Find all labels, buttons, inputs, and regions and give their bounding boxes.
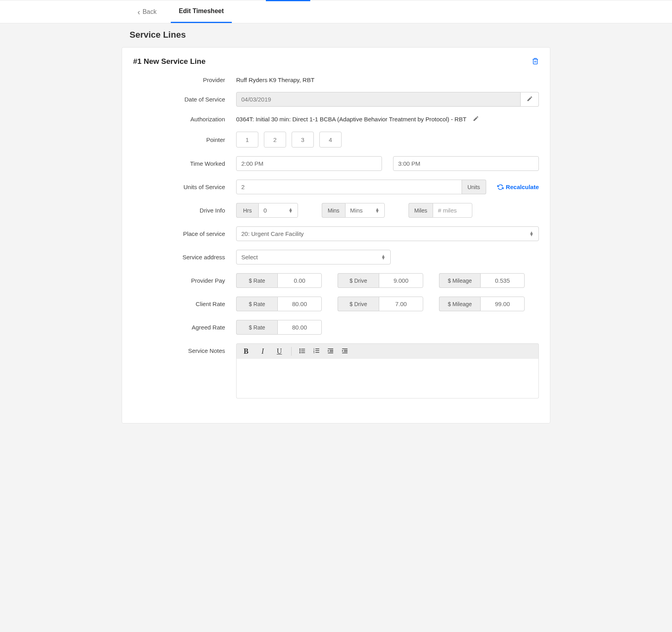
service-address-select[interactable]: Select ▲▼ bbox=[236, 250, 391, 264]
time-worked-label: Time Worked bbox=[133, 160, 236, 167]
svg-rect-16 bbox=[342, 349, 348, 349]
date-label: Date of Service bbox=[133, 96, 236, 103]
tab-label: Edit Timesheet bbox=[179, 8, 224, 14]
service-notes-label: Service Notes bbox=[133, 343, 236, 354]
select-arrow-icon: ▲▼ bbox=[381, 255, 386, 259]
units-addon: Units bbox=[462, 180, 486, 194]
pointer-input-4[interactable]: 4 bbox=[319, 132, 342, 147]
client-rate-label: Client Rate bbox=[133, 301, 236, 307]
tab-edit-timesheet[interactable]: Edit Timesheet bbox=[171, 0, 232, 23]
mileage-addon: $ Mileage bbox=[439, 297, 480, 311]
chevron-left-icon: ‹ bbox=[137, 8, 140, 16]
pointer-input-1[interactable]: 1 bbox=[236, 132, 258, 147]
svg-rect-18 bbox=[344, 351, 347, 352]
delete-icon[interactable] bbox=[532, 57, 539, 66]
select-arrow-icon: ▲▼ bbox=[375, 208, 380, 213]
drive-addon: $ Drive bbox=[338, 297, 379, 311]
edit-authorization-button[interactable] bbox=[473, 115, 479, 123]
provider-rate-input[interactable]: 0.00 bbox=[277, 273, 322, 288]
svg-rect-19 bbox=[342, 352, 348, 353]
rate-addon: $ Rate bbox=[236, 320, 277, 335]
recalculate-button[interactable]: Recalculate bbox=[497, 184, 539, 190]
time-start-input[interactable]: 2:00 PM bbox=[236, 156, 382, 171]
agreed-rate-input[interactable]: 80.00 bbox=[277, 320, 322, 335]
select-arrow-icon: ▲▼ bbox=[529, 232, 534, 236]
svg-rect-11 bbox=[315, 352, 319, 353]
bullet-list-button[interactable] bbox=[299, 347, 306, 356]
mileage-addon: $ Mileage bbox=[439, 273, 480, 288]
rate-addon: $ Rate bbox=[236, 297, 277, 311]
svg-point-2 bbox=[300, 350, 301, 351]
svg-rect-17 bbox=[344, 350, 347, 350]
page-title: Service Lines bbox=[122, 23, 550, 47]
service-notes-textarea[interactable] bbox=[236, 359, 539, 398]
svg-point-4 bbox=[300, 352, 301, 353]
place-of-service-label: Place of service bbox=[133, 230, 236, 237]
pointer-input-3[interactable]: 3 bbox=[292, 132, 314, 147]
place-of-service-select[interactable]: 20: Urgent Care Facility ▲▼ bbox=[236, 226, 539, 241]
client-drive-input[interactable]: 7.00 bbox=[379, 297, 423, 311]
date-input: 04/03/2019 bbox=[236, 92, 521, 107]
card-title: #1 New Service Line bbox=[133, 57, 206, 66]
provider-mileage-input[interactable]: 0.535 bbox=[480, 273, 525, 288]
svg-text:3: 3 bbox=[313, 351, 315, 354]
underline-button[interactable]: U bbox=[275, 347, 284, 356]
units-input[interactable]: 2 bbox=[236, 180, 462, 194]
units-label: Units of Service bbox=[133, 184, 236, 190]
rate-addon: $ Rate bbox=[236, 273, 277, 288]
drive-mins-select[interactable]: Mins ▲▼ bbox=[345, 203, 385, 218]
provider-label: Provider bbox=[133, 77, 236, 83]
svg-rect-5 bbox=[301, 352, 305, 353]
mins-addon: Mins bbox=[322, 203, 345, 218]
numbered-list-button[interactable]: 123 bbox=[313, 347, 320, 356]
indent-button[interactable] bbox=[342, 347, 349, 356]
miles-addon: Miles bbox=[409, 203, 433, 218]
pointer-label: Pointer bbox=[133, 136, 236, 143]
richtext-toolbar: B I U 123 bbox=[236, 343, 539, 359]
authorization-value: 0364T: Initial 30 min: Direct 1-1 BCBA (… bbox=[236, 116, 466, 123]
drive-hrs-select[interactable]: 0 ▲▼ bbox=[258, 203, 298, 218]
refresh-icon bbox=[497, 184, 504, 190]
service-address-label: Service address bbox=[133, 254, 236, 260]
svg-rect-3 bbox=[301, 350, 305, 351]
svg-rect-14 bbox=[330, 351, 333, 352]
client-mileage-input[interactable]: 99.00 bbox=[480, 297, 525, 311]
edit-date-button[interactable] bbox=[521, 92, 539, 107]
toolbar-separator bbox=[291, 347, 292, 356]
svg-rect-9 bbox=[315, 350, 319, 351]
back-button[interactable]: ‹ Back bbox=[122, 1, 164, 23]
svg-rect-13 bbox=[330, 350, 333, 350]
svg-rect-7 bbox=[315, 349, 319, 349]
authorization-label: Authorization bbox=[133, 116, 236, 123]
agreed-rate-label: Agreed Rate bbox=[133, 324, 236, 331]
drive-miles-input[interactable]: # miles bbox=[433, 203, 472, 218]
outdent-button[interactable] bbox=[327, 347, 334, 356]
client-rate-input[interactable]: 80.00 bbox=[277, 297, 322, 311]
svg-rect-12 bbox=[328, 349, 334, 349]
provider-drive-input[interactable]: 9.000 bbox=[379, 273, 423, 288]
svg-rect-15 bbox=[328, 352, 334, 353]
svg-point-0 bbox=[300, 349, 301, 350]
time-end-input[interactable]: 3:00 PM bbox=[393, 156, 539, 171]
select-arrow-icon: ▲▼ bbox=[288, 208, 293, 213]
pencil-icon bbox=[527, 96, 533, 103]
provider-pay-label: Provider Pay bbox=[133, 277, 236, 284]
pointer-input-2[interactable]: 2 bbox=[264, 132, 286, 147]
provider-value: Ruff Ryders K9 Therapy, RBT bbox=[236, 77, 315, 83]
svg-rect-1 bbox=[301, 349, 305, 349]
hrs-addon: Hrs bbox=[236, 203, 258, 218]
italic-button[interactable]: I bbox=[258, 347, 267, 356]
drive-info-label: Drive Info bbox=[133, 207, 236, 214]
drive-addon: $ Drive bbox=[338, 273, 379, 288]
service-line-card: #1 New Service Line Provider Ruff Ryders… bbox=[122, 47, 550, 423]
bold-button[interactable]: B bbox=[241, 347, 251, 356]
back-label: Back bbox=[143, 8, 157, 15]
recalculate-label: Recalculate bbox=[506, 184, 539, 190]
